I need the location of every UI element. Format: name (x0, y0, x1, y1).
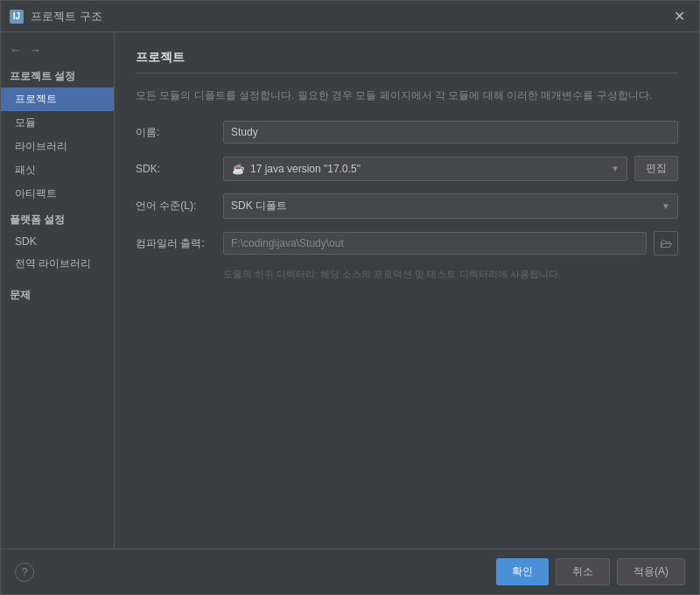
cancel-button[interactable]: 취소 (556, 558, 610, 585)
help-button[interactable]: ? (15, 563, 34, 582)
sdk-selector-row: ☕ 17 java version "17.0.5" ▼ 편집 (223, 156, 678, 181)
sidebar-item-project[interactable]: 프로젝트 (1, 88, 114, 111)
ok-button[interactable]: 확인 (496, 558, 549, 585)
sidebar-item-sdk[interactable]: SDK (1, 231, 114, 252)
sidebar-item-facets[interactable]: 패싯 (1, 158, 114, 182)
compiler-output-control: F:\coding\java\Study\out 🗁 (223, 231, 678, 256)
sidebar-section-problem: 문제 (1, 283, 114, 306)
language-level-row: 언어 수준(L): SDK 디폴트 ▼ (136, 193, 678, 219)
title-bar-left: IJ 프로젝트 구조 (10, 9, 102, 24)
sidebar-section-project: 프로젝트 설정 (1, 64, 114, 88)
sidebar-item-global-libraries[interactable]: 전역 라이브러리 (1, 252, 114, 276)
browse-output-folder-button[interactable]: 🗁 (654, 231, 678, 256)
compiler-output-label: 컴파일러 출력: (136, 236, 223, 251)
content-area: 프로젝트 모든 모듈의 디폴트를 설정합니다. 필요한 경우 모듈 페이지에서 … (115, 32, 699, 549)
compiler-output-path: F:\coding\java\Study\out (223, 232, 647, 255)
sidebar-item-libraries[interactable]: 라이브러리 (1, 135, 114, 158)
sdk-dropdown[interactable]: ☕ 17 java version "17.0.5" ▼ (223, 157, 627, 181)
nav-arrows: ← → (1, 39, 114, 64)
bottom-bar: ? 확인 취소 적용(A) (1, 549, 699, 594)
compiler-output-hint: 도울의 하위 디렉터리: 해당 소스의 프로덕션 및 테스트 디렉터리에 사용됩… (136, 268, 678, 281)
name-row: 이름: (136, 121, 678, 144)
main-content: ← → 프로젝트 설정 프로젝트 모듈 라이브러리 패싯 아티팩트 플랫폼 설정… (1, 32, 699, 549)
back-button[interactable]: ← (8, 43, 24, 57)
sidebar-item-artifacts[interactable]: 아티팩트 (1, 182, 114, 206)
sidebar-item-modules[interactable]: 모듈 (1, 111, 114, 135)
sdk-java-icon: ☕ (231, 162, 245, 176)
language-level-value: SDK 디폴트 (231, 199, 662, 214)
name-control (223, 121, 678, 144)
sdk-dropdown-arrow-icon: ▼ (611, 164, 620, 173)
action-buttons: 확인 취소 적용(A) (496, 558, 685, 585)
window-title: 프로젝트 구조 (31, 9, 102, 24)
section-desc: 모든 모듈의 디폴트를 설정합니다. 필요한 경우 모듈 페이지에서 각 모듈에… (136, 88, 678, 103)
name-input[interactable] (223, 121, 678, 144)
close-button[interactable]: ✕ (668, 6, 690, 26)
sdk-label: SDK: (136, 163, 223, 175)
app-icon: IJ (10, 10, 24, 24)
apply-button[interactable]: 적용(A) (617, 558, 685, 585)
title-bar: IJ 프로젝트 구조 ✕ (1, 1, 699, 32)
name-label: 이름: (136, 125, 223, 140)
sdk-control: ☕ 17 java version "17.0.5" ▼ 편집 (223, 156, 678, 181)
divider (136, 73, 678, 74)
language-level-control: SDK 디폴트 ▼ (223, 193, 678, 219)
language-level-dropdown[interactable]: SDK 디폴트 ▼ (223, 193, 678, 219)
edit-sdk-button[interactable]: 편집 (634, 156, 678, 181)
section-title: 프로젝트 (136, 50, 678, 66)
sdk-dropdown-text: 17 java version "17.0.5" (250, 163, 607, 175)
project-structure-window: IJ 프로젝트 구조 ✕ ← → 프로젝트 설정 프로젝트 모듈 라이브러리 패… (0, 0, 700, 595)
sidebar: ← → 프로젝트 설정 프로젝트 모듈 라이브러리 패싯 아티팩트 플랫폼 설정… (1, 32, 115, 549)
forward-button[interactable]: → (27, 43, 43, 57)
compiler-output-row: 컴파일러 출력: F:\coding\java\Study\out 🗁 (136, 231, 678, 256)
language-level-arrow-icon: ▼ (662, 201, 670, 211)
language-level-label: 언어 수준(L): (136, 199, 223, 214)
compiler-output-input-row: F:\coding\java\Study\out 🗁 (223, 231, 678, 256)
sdk-row: SDK: ☕ 17 java version "17.0.5" ▼ 편집 (136, 156, 678, 181)
sidebar-section-platform: 플랫폼 설정 (1, 206, 114, 231)
